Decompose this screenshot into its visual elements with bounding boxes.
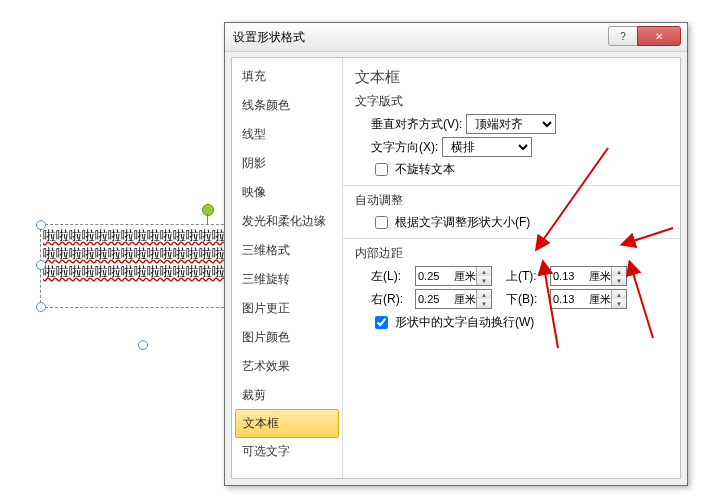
spin-up-icon[interactable]: ▲ [477,290,491,299]
sidebar-item-linestyle[interactable]: 线型 [232,120,342,149]
spin-down-icon[interactable]: ▼ [612,276,626,285]
margin-right-spinner[interactable]: 厘米 ▲▼ [415,289,492,309]
resize-handle-sw[interactable] [36,302,46,312]
sidebar-item-glow[interactable]: 发光和柔化边缘 [232,207,342,236]
sidebar-item-piccolor[interactable]: 图片颜色 [232,323,342,352]
category-sidebar: 填充 线条颜色 线型 阴影 映像 发光和柔化边缘 三维格式 三维旋转 图片更正 … [232,58,343,478]
margin-right-input[interactable] [416,291,452,307]
resize-handle-w[interactable] [36,260,46,270]
spin-up-icon[interactable]: ▲ [612,267,626,276]
panel-heading: 文本框 [355,68,668,87]
text-line: 啦啦啦啦啦啦啦啦啦啦啦啦啦啦啦啦啦啦 [43,227,241,245]
margin-top-label: 上(T): [506,268,546,285]
no-rotate-checkbox[interactable] [375,163,388,176]
spin-down-icon[interactable]: ▼ [612,299,626,308]
valign-label: 垂直对齐方式(V): [371,116,462,133]
sidebar-item-linecolor[interactable]: 线条颜色 [232,91,342,120]
margin-left-input[interactable] [416,268,452,284]
margin-bottom-label: 下(B): [506,291,546,308]
spin-down-icon[interactable]: ▼ [477,276,491,285]
help-button[interactable]: ? [608,26,638,46]
text-line: 啦啦啦啦啦啦啦啦啦啦啦啦啦啦啦啦啦啦 [43,245,241,263]
margin-left-label: 左(L): [371,268,411,285]
sidebar-item-3drotation[interactable]: 三维旋转 [232,265,342,294]
dialog-titlebar[interactable]: 设置形状格式 ? ✕ [225,23,687,52]
resize-handle-s[interactable] [138,340,148,350]
sidebar-item-piccorrect[interactable]: 图片更正 [232,294,342,323]
resize-handle-nw[interactable] [36,220,46,230]
format-shape-dialog: 设置形状格式 ? ✕ 填充 线条颜色 线型 阴影 映像 发光和柔化边缘 三维格式… [224,22,688,486]
sidebar-item-artistic[interactable]: 艺术效果 [232,352,342,381]
rotate-connector [207,214,208,224]
margin-left-spinner[interactable]: 厘米 ▲▼ [415,266,492,286]
margin-bottom-input[interactable] [551,291,587,307]
sidebar-item-shadow[interactable]: 阴影 [232,149,342,178]
sidebar-item-textbox[interactable]: 文本框 [235,409,339,438]
margins-label: 内部边距 [355,245,668,262]
margin-top-spinner[interactable]: 厘米 ▲▼ [550,266,627,286]
sidebar-item-3dformat[interactable]: 三维格式 [232,236,342,265]
shape-textbox[interactable]: 啦啦啦啦啦啦啦啦啦啦啦啦啦啦啦啦啦啦 啦啦啦啦啦啦啦啦啦啦啦啦啦啦啦啦啦啦 啦啦… [40,224,244,308]
sidebar-item-crop[interactable]: 裁剪 [232,381,342,410]
text-line: 啦啦啦啦啦啦啦啦啦啦啦啦啦啦啦啦啦啦 [43,263,241,281]
spin-down-icon[interactable]: ▼ [477,299,491,308]
wrap-label: 形状中的文字自动换行(W) [395,314,534,331]
sidebar-item-alttext[interactable]: 可选文字 [232,437,342,466]
close-button[interactable]: ✕ [637,26,681,46]
spin-up-icon[interactable]: ▲ [612,290,626,299]
margin-top-input[interactable] [551,268,587,284]
resize-shape-checkbox[interactable] [375,216,388,229]
resize-shape-label: 根据文字调整形状大小(F) [395,214,530,231]
valign-select[interactable]: 顶端对齐 [466,114,556,134]
dialog-title: 设置形状格式 [233,29,305,46]
dialog-body: 填充 线条颜色 线型 阴影 映像 发光和柔化边缘 三维格式 三维旋转 图片更正 … [231,57,681,479]
textdir-label: 文字方向(X): [371,139,438,156]
textbox-panel: 文本框 文字版式 垂直对齐方式(V): 顶端对齐 文字方向(X): 横排 不旋转… [343,58,680,478]
text-layout-label: 文字版式 [355,93,668,110]
margin-bottom-spinner[interactable]: 厘米 ▲▼ [550,289,627,309]
sidebar-item-reflection[interactable]: 映像 [232,178,342,207]
margin-right-label: 右(R): [371,291,411,308]
wrap-checkbox[interactable] [375,316,388,329]
sidebar-item-fill[interactable]: 填充 [232,62,342,91]
rotate-handle[interactable] [202,204,214,216]
spin-up-icon[interactable]: ▲ [477,267,491,276]
textdir-select[interactable]: 横排 [442,137,532,157]
autofit-label: 自动调整 [355,192,668,209]
no-rotate-label: 不旋转文本 [395,161,455,178]
